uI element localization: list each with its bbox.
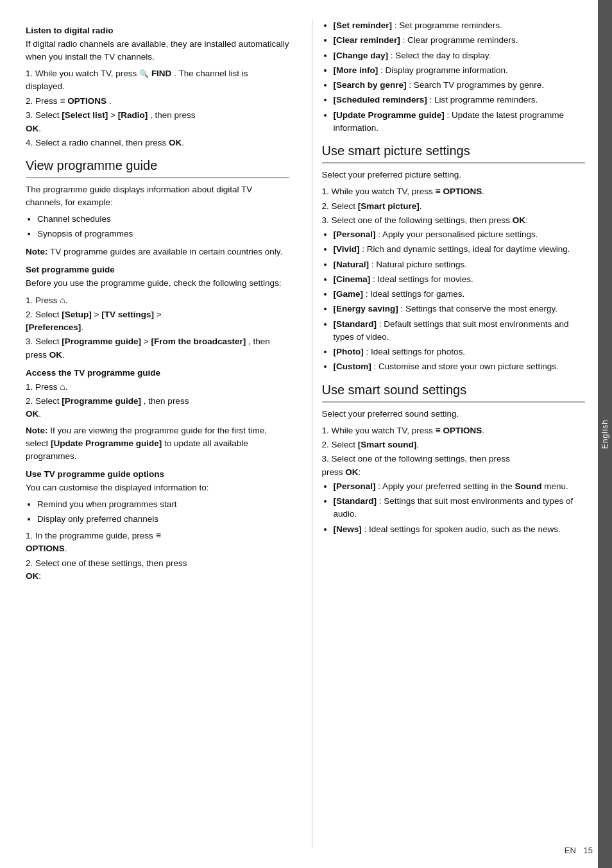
footer-lang: EN (565, 846, 576, 855)
left-column: Listen to digital radio If digital radio… (26, 19, 299, 849)
list-item: [Standard] : Default settings that suit … (334, 318, 586, 344)
list-item: [Clear reminder] : Clear programme remin… (334, 34, 586, 47)
list-item: [Energy saving] : Settings that conserve… (334, 303, 586, 315)
list-item: [Search by genre] : Search TV programmes… (334, 79, 586, 92)
guide-options-title: Use TV programme guide options (26, 469, 289, 479)
list-item: [Scheduled reminders] : List programme r… (334, 94, 586, 106)
vpg-para1: The programme guide displays information… (26, 183, 289, 210)
guide-options-step2: 2. Select one of these settings, then pr… (26, 557, 289, 583)
list-item: [Update Programme guide] : Update the la… (334, 109, 586, 135)
vpg-bullets: Channel schedules Synopsis of programmes (37, 213, 289, 241)
ss-step2: 2. Select [Smart sound]. (322, 438, 586, 451)
list-item: [Set reminder] : Set programme reminders… (334, 19, 586, 32)
ss-step3: 3. Select one of the following settings,… (322, 453, 586, 479)
page-footer: EN 15 (565, 846, 593, 855)
access-note: Note: If you are viewing the programme g… (26, 424, 289, 463)
set-guide-step1: 1. Press . (26, 294, 289, 307)
right-column: [Set reminder] : Set programme reminders… (312, 19, 586, 849)
list-item: [Natural] : Natural picture settings. (334, 258, 586, 271)
access-step1: 1. Press . (26, 380, 289, 394)
list-item: [Cinema] : Ideal settings for movies. (334, 273, 586, 286)
options-icon-2 (156, 531, 161, 540)
set-guide-step3: 3. Select [Programme guide] > [From the … (26, 335, 289, 362)
main-content: Listen to digital radio If digital radio… (0, 0, 598, 868)
list-item: Channel schedules (37, 213, 289, 226)
list-item: Display only preferred channels (37, 513, 289, 526)
home-icon-1 (60, 296, 65, 305)
sp-para1: Select your preferred picture setting. (322, 169, 586, 181)
set-guide-step2: 2. Select [Setup] > [TV settings] > [Pre… (26, 308, 289, 335)
language-tab: English (598, 0, 612, 868)
listen-step4: 4. Select a radio channel, then press OK… (26, 137, 289, 149)
home-icon-2 (60, 382, 65, 392)
sp-step3: 3. Select one of the following settings,… (322, 214, 586, 227)
options-icon-4 (436, 426, 441, 435)
list-item: [More info] : Display programme informat… (334, 64, 586, 77)
options-icon-3 (436, 187, 441, 196)
list-item: [Personal] : Apply your preferred settin… (334, 480, 586, 493)
listen-digital-radio-title: Listen to digital radio (26, 26, 289, 35)
sp-step1: 1. While you watch TV, press OPTIONS. (322, 185, 586, 198)
ss-step1: 1. While you watch TV, press OPTIONS. (322, 424, 586, 437)
access-guide-title: Access the TV programme guide (26, 368, 289, 378)
listen-step3: 3. Select [Select list] > [Radio] , then… (26, 109, 289, 135)
sp-bullets: [Personal] : Apply your personalised pic… (334, 228, 586, 374)
access-step2: 2. Select [Programme guide] , then press… (26, 395, 289, 421)
guide-options-bullets: Remind you when programmes start Display… (37, 498, 289, 526)
list-item: [Change day] : Select the day to display… (334, 49, 586, 62)
guide-options-para1: You can customise the displayed informat… (26, 481, 289, 494)
set-guide-title: Set programme guide (26, 265, 289, 274)
ss-para1: Select your preferred sound setting. (322, 408, 586, 421)
page-container: Listen to digital radio If digital radio… (0, 0, 612, 868)
list-item: [News] : Ideal settings for spoken audio… (334, 523, 586, 536)
smart-picture-title: Use smart picture settings (322, 144, 586, 163)
listen-step2: 2. Press OPTIONS . (26, 94, 289, 108)
list-item: [Standard] : Settings that suit most env… (334, 495, 586, 521)
reminder-bullets: [Set reminder] : Set programme reminders… (334, 19, 586, 135)
listen-para1: If digital radio channels are available,… (26, 38, 289, 64)
list-item: [Photo] : Ideal settings for photos. (334, 346, 586, 358)
find-icon (139, 69, 149, 78)
list-item: [Custom] : Customise and store your own … (334, 360, 586, 373)
smart-sound-title: Use smart sound settings (322, 383, 586, 403)
language-label: English (600, 419, 609, 449)
footer-page: 15 (584, 846, 593, 855)
listen-step1: 1. While you watch TV, press FIND . The … (26, 67, 289, 94)
list-item: Remind you when programmes start (37, 498, 289, 511)
options-icon-1 (60, 96, 65, 106)
sp-step2: 2. Select [Smart picture]. (322, 200, 586, 213)
set-guide-para1: Before you use the programme guide, chec… (26, 277, 289, 290)
ss-bullets: [Personal] : Apply your preferred settin… (334, 480, 586, 536)
view-programme-guide-title: View programme guide (26, 158, 289, 178)
guide-options-step1: 1. In the programme guide, press OPTIONS… (26, 529, 289, 556)
list-item: [Personal] : Apply your personalised pic… (334, 228, 586, 241)
list-item: [Game] : Ideal settings for games. (334, 288, 586, 301)
list-item: Synopsis of programmes (37, 228, 289, 240)
list-item: [Vivid] : Rich and dynamic settings, ide… (334, 243, 586, 256)
vpg-note: Note: TV programme guides are available … (26, 246, 289, 258)
